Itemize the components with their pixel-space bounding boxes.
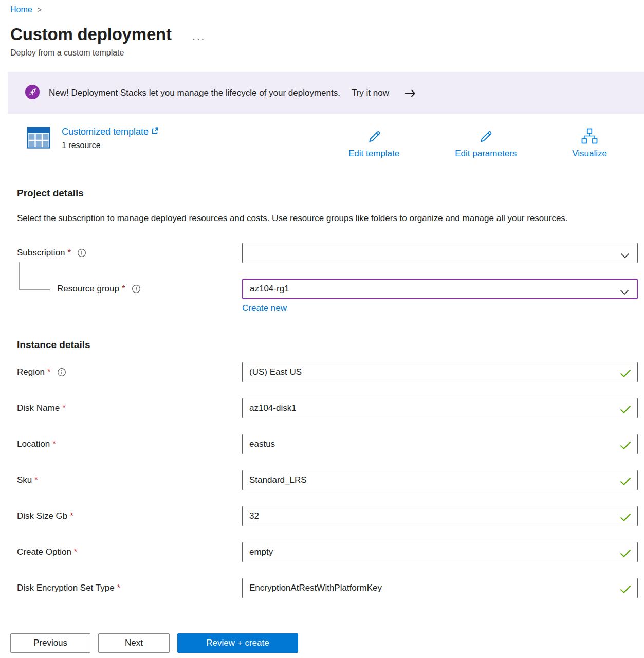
valid-check-icon <box>620 405 631 416</box>
required-marker: * <box>70 511 73 521</box>
required-marker: * <box>74 547 78 557</box>
valid-check-icon <box>620 549 631 560</box>
create-new-link[interactable]: Create new <box>242 303 287 314</box>
sku-label: Sku * <box>17 475 242 485</box>
create-option-input[interactable] <box>242 542 638 562</box>
project-details-description: Select the subscription to manage deploy… <box>17 210 608 226</box>
breadcrumb-home-link[interactable]: Home <box>10 5 32 14</box>
subscription-label: Subscription * <box>17 248 242 258</box>
required-marker: * <box>122 284 125 294</box>
sku-input[interactable] <box>242 470 638 490</box>
pencil-icon <box>477 128 494 144</box>
breadcrumb: Home > <box>0 0 644 14</box>
disk-name-label: Disk Name * <box>17 403 242 413</box>
review-create-button[interactable]: Review + create <box>177 633 298 653</box>
customized-template-link[interactable]: Customized template <box>62 126 159 137</box>
hierarchy-icon <box>581 128 598 144</box>
required-marker: * <box>34 475 38 485</box>
instance-details-heading: Instance details <box>17 339 644 351</box>
disk-name-input[interactable] <box>242 398 638 418</box>
arrow-right-icon[interactable] <box>404 89 416 98</box>
edit-template-button[interactable]: Edit template <box>348 128 399 159</box>
banner-message: New! Deployment Stacks let you manage th… <box>49 88 340 98</box>
info-icon[interactable] <box>77 248 86 258</box>
valid-check-icon <box>620 369 631 380</box>
valid-check-icon <box>620 513 631 524</box>
required-marker: * <box>68 248 71 258</box>
info-icon[interactable] <box>132 284 141 294</box>
page-subtitle: Deploy from a custom template <box>10 48 644 58</box>
disk-size-input[interactable] <box>242 506 638 526</box>
required-marker: * <box>117 583 121 593</box>
disk-encryption-set-type-label: Disk Encryption Set Type * <box>17 583 242 593</box>
wizard-footer: Previous Next Review + create <box>0 620 644 658</box>
disk-name-row: Disk Name * <box>17 398 638 418</box>
page-title: Custom deployment <box>10 25 172 44</box>
create-option-row: Create Option * <box>17 542 638 562</box>
valid-check-icon <box>620 441 631 452</box>
hierarchy-connector-line <box>19 262 50 290</box>
required-marker: * <box>52 439 56 449</box>
resource-group-row: Resource group * az104-rg1 <box>17 279 638 299</box>
location-input[interactable] <box>242 434 638 454</box>
external-link-icon <box>151 127 159 135</box>
sku-row: Sku * <box>17 470 638 490</box>
subscription-row: Subscription * <box>17 243 638 263</box>
region-label: Region * <box>17 367 242 377</box>
location-row: Location * <box>17 434 638 454</box>
visualize-button[interactable]: Visualize <box>572 128 607 159</box>
disk-encryption-set-type-row: Disk Encryption Set Type * <box>17 578 638 598</box>
disk-encryption-set-type-input[interactable] <box>242 578 638 598</box>
info-icon[interactable] <box>57 368 66 377</box>
breadcrumb-separator: > <box>38 6 42 14</box>
rocket-icon <box>25 84 40 102</box>
disk-size-label: Disk Size Gb * <box>17 511 242 521</box>
template-summary-bar: Customized template 1 resource Edit temp… <box>27 126 607 159</box>
template-icon <box>27 126 50 151</box>
resource-group-dropdown[interactable]: az104-rg1 <box>242 279 638 299</box>
next-button[interactable]: Next <box>98 633 170 653</box>
valid-check-icon <box>620 585 631 596</box>
banner-try-it-now-link[interactable]: Try it now <box>352 88 389 98</box>
pencil-icon <box>366 128 382 144</box>
subscription-dropdown[interactable] <box>242 243 638 263</box>
edit-parameters-button[interactable]: Edit parameters <box>455 128 517 159</box>
deployment-stacks-banner: New! Deployment Stacks let you manage th… <box>8 72 644 114</box>
more-options-button[interactable]: ··· <box>192 28 206 41</box>
required-marker: * <box>62 403 66 413</box>
create-option-label: Create Option * <box>17 547 242 557</box>
chevron-down-icon <box>620 287 629 298</box>
valid-check-icon <box>620 477 631 488</box>
chevron-down-icon <box>620 251 630 261</box>
previous-button[interactable]: Previous <box>10 633 90 653</box>
region-row: Region * <box>17 362 638 382</box>
project-details-heading: Project details <box>17 188 644 199</box>
resource-count: 1 resource <box>62 141 159 150</box>
region-input[interactable] <box>242 362 638 382</box>
required-marker: * <box>47 367 51 377</box>
disk-size-row: Disk Size Gb * <box>17 506 638 526</box>
resource-group-label: Resource group * <box>17 284 242 294</box>
location-label: Location * <box>17 439 242 449</box>
